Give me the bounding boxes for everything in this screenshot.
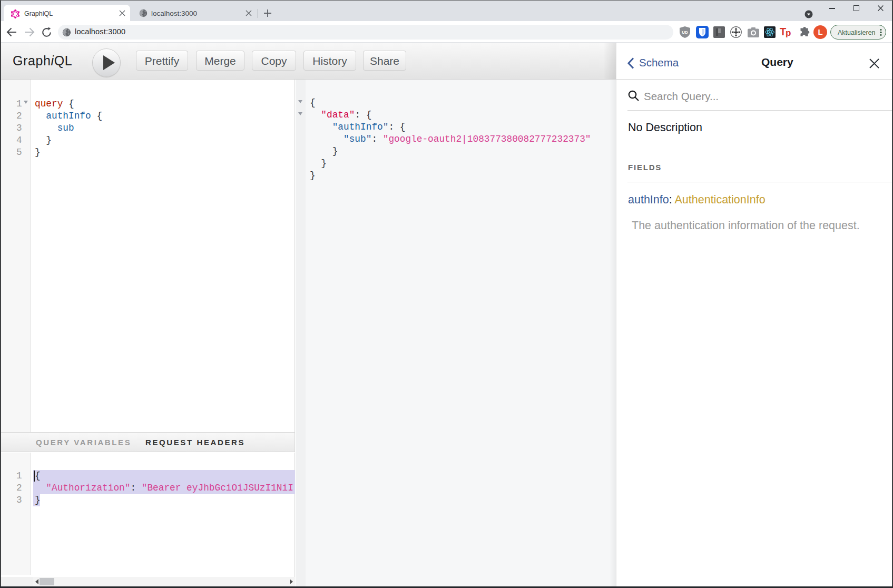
svg-text:UD: UD [682, 30, 688, 35]
